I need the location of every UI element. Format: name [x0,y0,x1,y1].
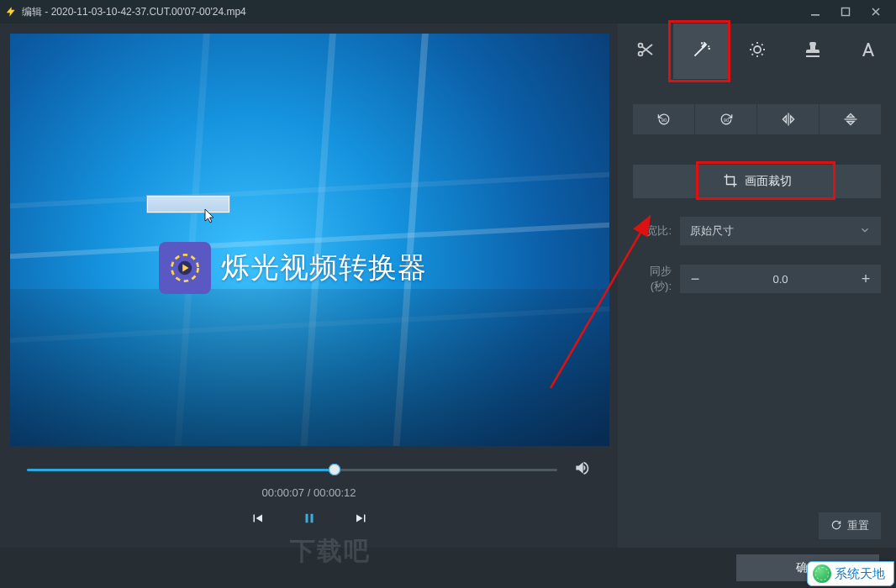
svg-text:90: 90 [723,118,729,123]
main-area: 烁光视频转换器 00:00:07 / 00:00:12 [0,24,896,548]
reset-label: 重置 [847,518,869,533]
tab-watermark[interactable] [785,24,841,79]
transform-buttons: 90 90 [633,104,881,134]
window-title-app: 编辑 [22,6,42,18]
video-preview[interactable]: 烁光视频转换器 [10,34,609,446]
svg-rect-5 [310,514,313,523]
tool-tabs [618,24,896,79]
aspect-row: 宽比: 原始尺寸 [633,217,881,245]
watermark-site: 系统天地 [807,561,894,586]
text-icon [858,39,878,63]
tab-adjust[interactable] [729,24,784,79]
flip-horizontal-button[interactable] [757,104,820,134]
brand-overlay: 烁光视频转换器 [159,242,427,294]
tab-cut[interactable] [618,24,673,79]
scissors-icon [635,39,656,63]
flip-vertical-button[interactable] [820,104,881,134]
prev-frame-button[interactable] [246,507,268,529]
watermark-site-text: 系统天地 [835,566,885,582]
sync-row: 同步(秒): − 0.0 + [633,264,881,294]
video-frame: 烁光视频转换器 [10,34,609,446]
aspect-select[interactable]: 原始尺寸 [680,217,881,245]
stamp-icon [803,39,823,63]
time-current: 00:00:07 [261,486,304,499]
crop-icon [723,173,738,191]
brand-text: 烁光视频转换器 [221,249,427,287]
sync-stepper[interactable]: − 0.0 + [680,265,881,293]
time-total: 00:00:12 [314,486,356,499]
window-title-file: 2020-11-03-10-42-37.CUT.00'07-00'24.mp4 [51,6,246,18]
sync-plus-button[interactable]: + [851,265,881,293]
window-title: 编辑 - 2020-11-03-10-42-37.CUT.00'07-00'24… [22,5,800,19]
window-title-sep: - [42,6,51,18]
crop-button-label: 画面裁切 [745,174,792,189]
rotate-left-button[interactable]: 90 [633,104,695,134]
rotate-right-button[interactable]: 90 [695,104,757,134]
aspect-label: 宽比: [633,223,672,239]
titlebar: 编辑 - 2020-11-03-10-42-37.CUT.00'07-00'24… [0,0,896,24]
crop-button[interactable]: 画面裁切 [633,165,881,198]
svg-point-8 [754,46,761,53]
preview-pane: 烁光视频转换器 00:00:07 / 00:00:12 [0,24,618,548]
time-display: 00:00:07 / 00:00:12 [25,485,593,499]
effects-section: 90 90 画面裁切 宽比: 原始尺寸 [618,79,896,294]
svg-rect-4 [305,514,308,523]
close-button[interactable] [861,0,891,24]
brightness-icon [747,39,767,63]
sync-minus-button[interactable]: − [680,265,710,293]
cursor-icon [204,208,218,225]
tab-effects[interactable] [673,24,729,79]
reset-button[interactable]: 重置 [819,512,881,539]
sync-value: 0.0 [710,273,851,286]
transport-controls: 00:00:07 / 00:00:12 [0,451,618,548]
seek-slider[interactable] [27,461,557,478]
footer-bar: 确定 [0,548,896,588]
svg-rect-0 [811,14,820,16]
volume-icon[interactable] [572,459,591,480]
maximize-button[interactable] [830,0,861,24]
watermark-download: 下载吧 [290,534,371,569]
minimize-button[interactable] [800,0,830,24]
globe-icon [813,564,831,583]
next-frame-button[interactable] [350,507,372,529]
aspect-value: 原始尺寸 [690,223,734,239]
window-controls [800,0,891,24]
pause-button[interactable] [298,507,320,529]
svg-rect-1 [842,8,850,16]
selection-box [146,195,230,213]
brand-logo-icon [159,242,211,294]
svg-point-7 [639,52,643,56]
side-panel: 90 90 画面裁切 宽比: 原始尺寸 [618,24,896,548]
sync-label: 同步(秒): [633,264,672,294]
tab-text[interactable] [841,24,896,79]
app-logo-icon [5,6,17,18]
magic-wand-icon [690,39,712,64]
svg-point-6 [639,44,643,48]
chevron-down-icon [859,224,871,239]
refresh-icon [830,519,842,533]
svg-text:90: 90 [661,118,667,123]
app-window: 编辑 - 2020-11-03-10-42-37.CUT.00'07-00'24… [0,0,896,588]
